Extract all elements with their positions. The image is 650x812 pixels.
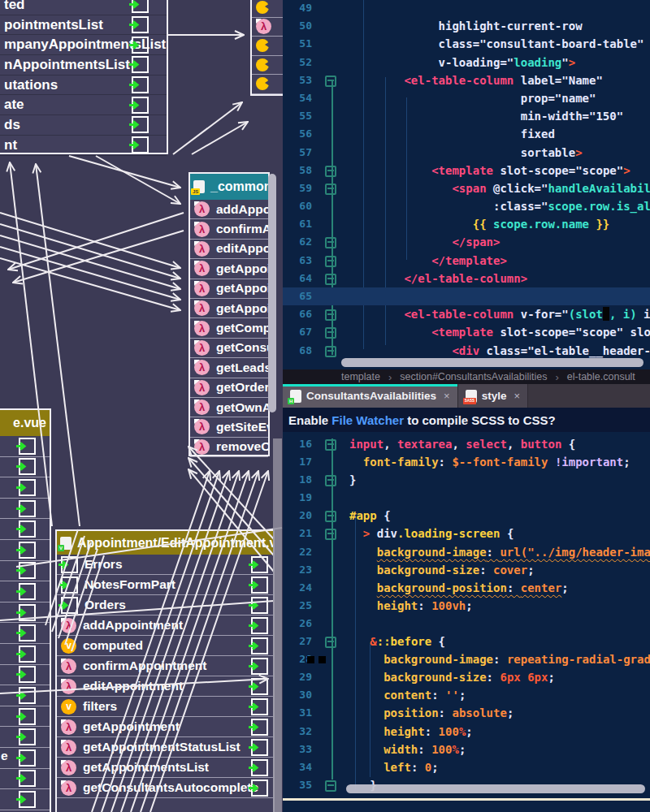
code-line[interactable]: 16input, textarea, select, button {	[283, 435, 650, 453]
fold-marker-icon[interactable]	[325, 184, 336, 195]
code-line[interactable]: 29 background-size: 6px 6px;	[283, 668, 650, 686]
node-row[interactable]	[0, 685, 50, 706]
code-line[interactable]: 23 background-size: cover;	[283, 561, 650, 579]
code-line[interactable]: 22 background-image: url("../img/header-…	[283, 543, 650, 561]
uml-diagram-panel[interactable]: tedpointmentsListmpanyAppointmentsListnA…	[0, 0, 283, 812]
node-row[interactable]: λ	[252, 18, 283, 37]
code-line[interactable]: 53 <el-table-column label="Name"	[283, 71, 650, 89]
node-row[interactable]	[0, 769, 50, 790]
scss-editor-pane[interactable]: 16input, textarea, select, button {17 fo…	[283, 432, 650, 798]
code-line[interactable]: 66 <el-table-column v-for="(slot, i) in …	[283, 305, 650, 323]
code-line[interactable]: 20#app {	[283, 507, 650, 525]
color-swatch-icon[interactable]	[307, 656, 314, 663]
node-row[interactable]: λgetAppointmentStatusList	[57, 737, 273, 758]
fold-marker-icon[interactable]	[325, 166, 336, 177]
fold-marker-icon[interactable]	[325, 274, 336, 285]
node-row[interactable]	[0, 644, 50, 665]
code-line[interactable]: 25 height: 100vh;	[283, 597, 650, 615]
node-row[interactable]: vcomputed	[57, 636, 273, 656]
node-row[interactable]: λremoveOr	[190, 438, 268, 457]
node-row[interactable]: λgetCompa	[190, 318, 268, 338]
code-line[interactable]: 58 <template slot-scope="scope">	[283, 162, 650, 179]
fold-marker-icon[interactable]	[325, 439, 336, 451]
fold-marker-icon[interactable]	[325, 637, 336, 648]
edit-node-header[interactable]: V Appointment/EditAppointment.vue	[57, 531, 273, 555]
node-row[interactable]: mpanyAppointmentsList	[0, 35, 167, 55]
code-line[interactable]: 51 class="consultant-board-table"	[283, 35, 650, 53]
fold-marker-icon[interactable]	[325, 309, 336, 321]
fold-marker-icon[interactable]	[325, 327, 336, 339]
node-row[interactable]: λgetAppoir	[190, 279, 268, 299]
node-row[interactable]: ds	[0, 115, 167, 136]
bottom-editor-hscrollbar[interactable]	[346, 784, 645, 793]
code-line[interactable]: 19	[283, 489, 650, 507]
node-row[interactable]: utations	[0, 76, 167, 96]
vue-editor-pane[interactable]: 4950 highlight-current-row51 class="cons…	[283, 0, 650, 369]
left-node-header[interactable]: e.vue	[0, 410, 50, 436]
close-icon[interactable]: ×	[444, 390, 450, 402]
fold-marker-icon[interactable]	[325, 511, 336, 522]
breadcrumb-item[interactable]: template	[341, 371, 380, 382]
code-line[interactable]: 34 left: 0;	[283, 758, 650, 776]
node-row[interactable]: λgetAppointmentsList	[57, 758, 273, 778]
node-row[interactable]	[0, 727, 50, 748]
node-row[interactable]	[252, 37, 283, 56]
node-row[interactable]	[0, 603, 50, 624]
code-line[interactable]: 55 min-width="150"	[283, 107, 650, 125]
code-line[interactable]: 50 highlight-current-row	[283, 17, 650, 35]
node-row[interactable]: λgetAppointment	[57, 717, 273, 737]
fold-marker-icon[interactable]	[325, 256, 336, 267]
diagram-scrollbar-thumb[interactable]	[268, 174, 276, 412]
node-row[interactable]	[0, 519, 50, 540]
node-row[interactable]: λgetLeadsA	[190, 358, 268, 378]
node-row[interactable]: NotesFormPart	[57, 575, 273, 595]
code-line[interactable]: 52 v-loading="loading">	[283, 54, 650, 71]
code-line[interactable]: 28 background-image: repeating-radial-gr…	[283, 650, 650, 668]
node-row[interactable]	[0, 540, 50, 561]
code-line[interactable]: 26	[283, 615, 650, 633]
tab-consultants-availabilities[interactable]: H ConsultantsAvailabilities ×	[283, 384, 458, 408]
code-line[interactable]: 65	[283, 287, 650, 305]
node-row[interactable]	[252, 56, 283, 76]
breadcrumb-item[interactable]: el-table.consult	[567, 371, 635, 382]
code-line[interactable]: 17 font-family: $--font-family !importan…	[283, 453, 650, 471]
code-line[interactable]: 62 </span>	[283, 233, 650, 251]
close-icon[interactable]: ×	[514, 390, 520, 402]
node-row[interactable]: Errors	[57, 555, 273, 575]
node-row[interactable]	[0, 581, 50, 603]
breadcrumb[interactable]: template › section#ConsultantsAvailabili…	[283, 369, 650, 384]
diagram-node-clipped-top-right[interactable]: λ	[250, 0, 283, 96]
node-row[interactable]: ate	[0, 95, 167, 115]
code-line[interactable]: 27 &::before {	[283, 633, 650, 650]
node-row[interactable]: λeditAppoi	[190, 240, 268, 259]
file-watcher-link[interactable]: File Watcher	[332, 413, 404, 427]
fold-marker-icon[interactable]	[325, 76, 336, 87]
node-row[interactable]: nt	[0, 136, 167, 156]
code-line[interactable]: 63 </template>	[283, 252, 650, 270]
node-row[interactable]	[252, 75, 283, 94]
code-line[interactable]: 30 content: '';	[283, 686, 650, 704]
node-row[interactable]: λgetOrderE	[190, 378, 268, 398]
fold-marker-icon[interactable]	[325, 475, 336, 486]
node-row[interactable]	[0, 665, 50, 686]
code-line[interactable]: 21 > div.loading-screen {	[283, 525, 650, 542]
node-row[interactable]: λgetConsultantsAutocomplete	[57, 778, 273, 798]
node-row[interactable]: ted	[0, 0, 167, 15]
node-row[interactable]: λgetAppoir	[190, 299, 268, 318]
node-row[interactable]: λgetConsul	[190, 339, 268, 358]
code-line[interactable]: 24 background-position: center;	[283, 579, 650, 597]
node-row[interactable]	[0, 436, 50, 457]
fold-marker-icon[interactable]	[325, 237, 336, 248]
fold-marker-icon[interactable]	[325, 529, 336, 540]
code-line[interactable]: 31 position: absolute;	[283, 704, 650, 722]
node-row[interactable]: λconfirmAppointment	[57, 656, 273, 676]
node-row[interactable]: λgetOwnAp	[190, 398, 268, 417]
node-row[interactable]	[0, 499, 50, 520]
top-editor-hscrollbar[interactable]	[341, 358, 644, 367]
diagram-node-common[interactable]: JS _common λaddAppoiλconfirmApλeditAppoi…	[188, 172, 270, 456]
node-row[interactable]: pointmentsList	[0, 15, 167, 36]
code-line[interactable]: 18}	[283, 471, 650, 489]
node-row[interactable]: Orders	[57, 595, 273, 615]
diagram-node-clipped-top-left[interactable]: tedpointmentsListmpanyAppointmentsListnA…	[0, 0, 168, 154]
node-row[interactable]	[0, 477, 50, 499]
